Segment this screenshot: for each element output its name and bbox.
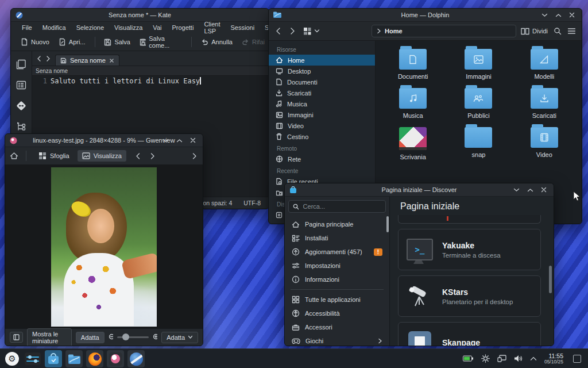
place-musica[interactable]: Musica (269, 98, 375, 109)
tab-close-icon[interactable] (109, 58, 114, 63)
menu-sessioni[interactable]: Sessioni (226, 24, 260, 31)
new-file-button[interactable]: Nuovo (17, 36, 53, 48)
show-desktop-button[interactable] (573, 355, 581, 363)
battery-icon[interactable] (463, 355, 474, 362)
nav-accessibilita[interactable]: Accessibilità (288, 306, 386, 320)
app-card-yakuake[interactable]: >_ Yakuake Terminale a discesa (398, 229, 541, 270)
view-mode-button[interactable]: Visualizza (78, 150, 126, 162)
maximize-icon[interactable] (554, 11, 562, 19)
folder-scaricati[interactable]: Scaricati (512, 88, 577, 119)
undo-button[interactable]: Annulla (197, 36, 237, 48)
place-rete[interactable]: Rete (269, 154, 375, 164)
gwenview-titlebar[interactable]: linux-easy-test.jpg - 2848×4288 - 9% — G… (5, 134, 203, 147)
menu-visualizza[interactable]: Visualizza (109, 24, 148, 31)
folder-pubblici[interactable]: Pubblici (446, 88, 511, 119)
close-icon[interactable] (189, 136, 197, 144)
app-card-partial[interactable] (398, 215, 541, 224)
view-mode-chevron-icon[interactable] (314, 29, 320, 33)
nav-impostazioni[interactable]: Impostazioni (288, 259, 386, 273)
main-scrollbar[interactable] (549, 266, 552, 293)
forward-icon[interactable] (288, 27, 296, 35)
tab-forward-icon[interactable] (45, 55, 52, 62)
show-thumbnails-button[interactable]: Mostra le miniature (27, 328, 72, 347)
app-card-skanpage[interactable]: Skanpage (398, 322, 541, 346)
minimize-icon[interactable] (161, 136, 169, 144)
tray-expand-icon[interactable] (530, 356, 537, 361)
nav-pagina-principale[interactable]: Pagina principale (288, 217, 386, 231)
split-button[interactable]: Dividi (521, 28, 548, 35)
menu-client-lsp[interactable]: Client LSP (199, 21, 225, 34)
breadcrumb-home[interactable]: Home (385, 28, 403, 34)
place-immagini[interactable]: Immagini (269, 109, 375, 120)
redo-button[interactable]: Rifai (238, 36, 269, 48)
close-icon[interactable] (540, 186, 548, 194)
git-panel-icon[interactable] (16, 101, 26, 111)
view-mode-icon[interactable] (303, 27, 312, 36)
task-discover[interactable] (45, 350, 62, 367)
place-video[interactable]: Video (269, 120, 375, 131)
zoom-slider-handle[interactable] (122, 334, 129, 340)
discover-titlebar[interactable]: Pagina iniziale — Discover (285, 183, 554, 197)
task-dolphin[interactable] (65, 350, 83, 367)
zoom-in-icon[interactable] (153, 334, 157, 341)
encoding-status[interactable]: UTF-8 (243, 200, 261, 206)
image-viewport[interactable] (5, 165, 203, 328)
volume-icon[interactable] (514, 355, 523, 362)
zoom-slider[interactable] (117, 336, 149, 338)
document-tab[interactable]: Senza nome (55, 55, 119, 66)
kate-titlebar[interactable]: Senza nome * — Kate (11, 9, 269, 22)
folder-scrivania[interactable]: Scrivania (380, 127, 446, 160)
maximize-icon[interactable] (175, 136, 183, 144)
app-launcher-button[interactable]: ⚙ (3, 350, 21, 367)
nav-accessori[interactable]: Accessori (288, 320, 386, 334)
folder-musica[interactable]: Musica (380, 88, 446, 119)
nav-tutte-le-applicazioni[interactable]: Tutte le applicazioni (288, 293, 386, 306)
search-input[interactable] (302, 202, 381, 210)
symbols-panel-icon[interactable] (16, 80, 26, 90)
save-button[interactable]: Salva (100, 36, 134, 48)
zoom-mode-select[interactable]: Adatta (161, 332, 198, 343)
nav-informazioni[interactable]: Informazioni (288, 273, 386, 286)
documents-panel-icon[interactable] (16, 59, 26, 70)
menu-vai[interactable]: Vai (148, 24, 167, 31)
zoom-out-icon[interactable] (109, 334, 113, 341)
menu-modifica[interactable]: Modifica (37, 24, 71, 31)
location-bar[interactable]: Home (372, 25, 516, 37)
system-settings-button[interactable] (24, 350, 41, 367)
device-link-icon[interactable] (497, 355, 506, 362)
menu-selezione[interactable]: Selezione (71, 24, 109, 31)
brightness-icon[interactable] (481, 354, 490, 363)
nav-installati[interactable]: Installati (288, 231, 386, 245)
minimize-icon[interactable] (540, 11, 548, 19)
search-box[interactable] (288, 200, 386, 213)
previous-image-icon[interactable] (134, 152, 142, 160)
nav-aggiornamenti[interactable]: Aggiornamenti (457) ! (288, 245, 386, 259)
search-icon[interactable] (554, 27, 562, 35)
place-desktop[interactable]: Desktop (269, 66, 375, 76)
place-cestino[interactable]: Cestino (269, 131, 375, 142)
clock[interactable]: 11:55 05/10/25 (544, 352, 563, 365)
close-icon[interactable] (568, 11, 576, 19)
task-kate[interactable] (127, 350, 145, 367)
back-icon[interactable] (274, 27, 283, 35)
place-scaricati[interactable]: Scaricati (269, 87, 375, 98)
next-image-icon[interactable] (149, 152, 156, 160)
folder-snap[interactable]: snap (446, 127, 511, 160)
toolbar-overflow-icon[interactable] (191, 152, 198, 160)
menu-file[interactable]: File (17, 24, 37, 31)
app-card-kstars[interactable]: KStars Planetario per il desktop (398, 275, 541, 317)
hamburger-menu-icon[interactable] (567, 28, 576, 34)
folder-video[interactable]: Video (512, 127, 577, 160)
minimize-icon[interactable] (512, 186, 520, 194)
place-home[interactable]: Home (269, 55, 375, 66)
task-firefox[interactable] (86, 350, 103, 367)
place-documenti[interactable]: Documenti (269, 76, 375, 87)
browse-mode-button[interactable]: Sfoglia (34, 150, 74, 162)
home-icon[interactable] (10, 152, 18, 160)
nav-giochi[interactable]: Giochi (288, 334, 386, 346)
folder-modelli[interactable]: Modelli (512, 49, 577, 80)
menu-progetti[interactable]: Progetti (167, 24, 199, 31)
fit-button[interactable]: Adatta (76, 332, 105, 343)
open-file-button[interactable]: Apri... (55, 36, 90, 48)
save-as-button[interactable]: Salva come... (136, 33, 186, 51)
